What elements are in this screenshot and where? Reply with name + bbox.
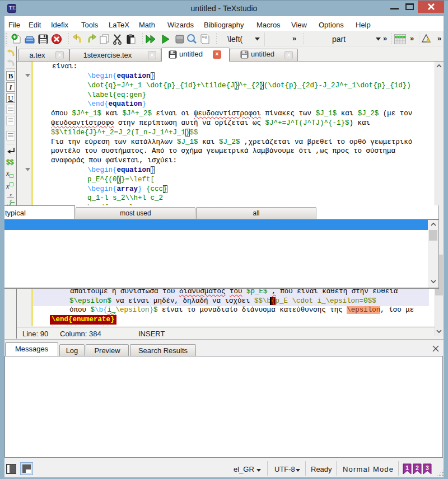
svg-text:1: 1 — [405, 465, 409, 471]
svg-text:3: 3 — [426, 465, 429, 471]
svg-text:log: log — [202, 35, 207, 39]
svg-text:2: 2 — [416, 465, 419, 471]
